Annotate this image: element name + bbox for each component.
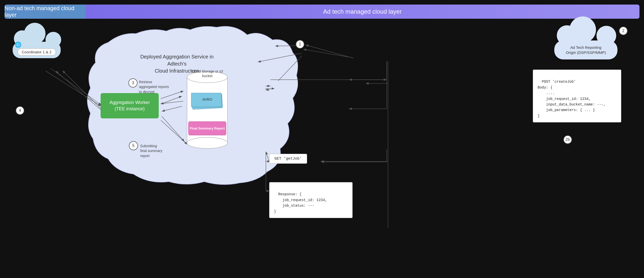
avro-stack: AVRO (190, 92, 225, 113)
step1-badge: 1 (296, 40, 304, 49)
ad-tech-banner: Ad tech managed cloud layer (85, 5, 639, 19)
create-job-box: POST 'createJob' Body: { .... job_reques… (533, 70, 621, 122)
step2b-badge: 2b (563, 135, 572, 144)
non-ad-tech-banner: Non-ad tech managed cloud layer (5, 5, 85, 19)
step2-badge: 2 (619, 27, 628, 35)
top-banners: Non-ad tech managed cloud layer Ad tech … (5, 5, 639, 19)
step5-label: Submitting final summary report (140, 139, 162, 158)
final-report-box: Final Summary Report (188, 121, 226, 135)
get-job-box: GET 'getJob' (269, 154, 307, 164)
step3-circle: 3 (128, 78, 137, 88)
storage-label: Cloud Storage or s3 bucket (185, 69, 230, 78)
svg-line-2 (303, 49, 353, 58)
step5-circle: 5 (129, 141, 138, 150)
coordinator-cloud: 🌐 Coordinator 1 & 2 (8, 25, 66, 58)
ad-tech-label: Ad tech managed cloud layer (323, 8, 402, 15)
step3-label: Retrieve aggregated reports to decrypt (139, 75, 169, 94)
cylinder: Cloud Storage or s3 bucket AVRO Final Su… (185, 67, 230, 153)
svg-line-25 (306, 45, 353, 58)
non-ad-tech-label: Non-ad tech managed cloud layer (5, 5, 85, 18)
response-box: Response: { job_request_id: 1234, job_st… (269, 182, 353, 218)
coordinator-label: Coordinator 1 & 2 (17, 48, 56, 56)
adtech-label: Ad Tech Reporting Origin (DSP/SSP/MMP) (552, 45, 620, 55)
step4-badge: 4 (16, 106, 24, 115)
adtech-cloud: Ad Tech Reporting Origin (DSP/SSP/MMP) (552, 24, 620, 59)
avro-label: AVRO (190, 97, 225, 101)
worker-box: Aggregation Worker (TEE instance) (101, 93, 159, 118)
svg-point-22 (187, 137, 227, 148)
